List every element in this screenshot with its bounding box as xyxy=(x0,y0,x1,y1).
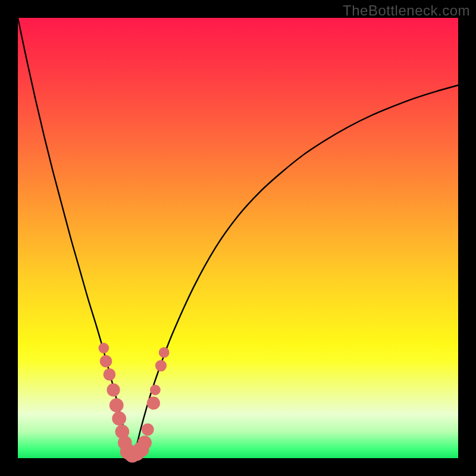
bottleneck-curve xyxy=(18,18,458,456)
plot-area xyxy=(18,18,458,458)
curve-marker xyxy=(112,412,126,426)
curve-marker xyxy=(100,355,112,368)
curve-svg xyxy=(18,18,458,458)
curve-marker xyxy=(98,343,109,353)
curve-marker xyxy=(147,396,160,409)
curve-marker xyxy=(137,436,152,450)
chart-frame: TheBottleneck.com xyxy=(0,0,476,476)
curve-marker xyxy=(104,368,116,381)
curve-marker xyxy=(109,398,124,412)
curve-marker xyxy=(159,347,170,358)
curve-markers xyxy=(98,343,169,462)
watermark-text: TheBottleneck.com xyxy=(343,2,470,19)
curve-marker xyxy=(107,383,120,396)
curve-marker xyxy=(150,384,161,395)
curve-marker xyxy=(155,360,167,371)
curve-marker xyxy=(142,424,154,436)
